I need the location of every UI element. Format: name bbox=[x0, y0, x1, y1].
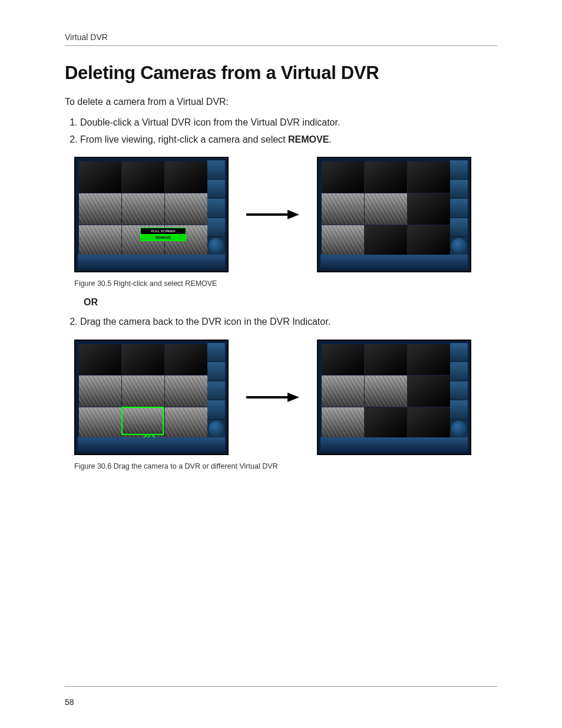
step-2: From live viewing, right-click a camera … bbox=[80, 133, 497, 146]
camera-cell bbox=[408, 225, 450, 256]
figure-row-2 bbox=[74, 340, 497, 455]
camera-cell bbox=[408, 193, 450, 225]
camera-cell bbox=[165, 193, 207, 225]
intro-text: To delete a camera from a Virtual DVR: bbox=[65, 97, 497, 107]
sidebar-segment bbox=[207, 362, 225, 381]
camera-cell bbox=[365, 344, 407, 375]
step-2-pre: From live viewing, right-click a camera … bbox=[80, 134, 288, 144]
page-title: Deleting Cameras from a Virtual DVR bbox=[65, 62, 497, 84]
running-head: Virtual DVR bbox=[65, 32, 497, 42]
screenshot-after-1 bbox=[317, 157, 471, 272]
step-2-post: . bbox=[329, 134, 331, 144]
step-1: Double-click a Virtual DVR icon from the… bbox=[80, 116, 497, 129]
top-rule bbox=[65, 45, 497, 46]
dvr-sidebar bbox=[207, 160, 225, 255]
dvr-sidebar bbox=[450, 160, 468, 255]
sidebar-segment bbox=[207, 343, 225, 363]
sidebar-segment bbox=[207, 199, 225, 218]
sidebar-knob bbox=[451, 421, 467, 436]
sidebar-segment bbox=[207, 160, 225, 180]
figure-caption-2: Figure 30.6 Drag the camera to a DVR or … bbox=[74, 462, 497, 470]
screenshot-after-2 bbox=[317, 340, 471, 455]
screenshot-before-2 bbox=[74, 340, 229, 455]
dvr-bottom-bar bbox=[320, 255, 468, 269]
camera-cell bbox=[365, 375, 407, 407]
sidebar-segment bbox=[450, 400, 468, 420]
or-label: OR bbox=[84, 297, 497, 308]
step-2-bold: REMOVE bbox=[288, 134, 329, 144]
camera-cell bbox=[79, 193, 121, 225]
camera-cell bbox=[365, 193, 407, 225]
camera-cell bbox=[122, 375, 164, 407]
sidebar-segment bbox=[450, 343, 468, 363]
context-menu-fullscreen: FULL SCREEN bbox=[140, 228, 186, 234]
document-page: Virtual DVR Deleting Cameras from a Virt… bbox=[0, 0, 562, 728]
screenshot-before-1: FULL SCREEN REMOVE bbox=[74, 157, 229, 272]
steps-list-b: Drag the camera back to the DVR icon in … bbox=[65, 315, 497, 328]
sidebar-segment bbox=[450, 160, 468, 180]
camera-grid bbox=[322, 344, 450, 439]
sidebar-knob bbox=[209, 421, 224, 436]
sidebar-segment bbox=[207, 400, 225, 420]
context-menu: FULL SCREEN REMOVE bbox=[140, 228, 186, 241]
camera-cell bbox=[322, 225, 364, 256]
camera-cell bbox=[79, 225, 121, 256]
steps-list-a: Double-click a Virtual DVR icon from the… bbox=[65, 116, 497, 146]
camera-cell bbox=[165, 162, 207, 193]
sidebar-segment bbox=[207, 218, 225, 238]
camera-cell bbox=[365, 407, 407, 439]
camera-cell bbox=[408, 375, 450, 407]
sidebar-segment bbox=[450, 362, 468, 381]
drag-selection-box bbox=[121, 407, 164, 435]
sidebar-segment bbox=[450, 218, 468, 238]
camera-cell bbox=[79, 162, 121, 193]
context-menu-remove: REMOVE bbox=[140, 234, 186, 241]
dvr-bottom-bar bbox=[320, 437, 468, 452]
arrow-icon bbox=[246, 391, 299, 403]
sidebar-segment bbox=[207, 381, 225, 401]
dvr-sidebar bbox=[207, 343, 225, 437]
sidebar-segment bbox=[450, 199, 468, 218]
figure-caption-1: Figure 30.5 Right-click and select REMOV… bbox=[74, 279, 497, 288]
camera-cell bbox=[122, 193, 164, 225]
svg-marker-9 bbox=[287, 393, 299, 402]
camera-cell bbox=[408, 344, 450, 375]
camera-cell bbox=[408, 162, 450, 193]
camera-cell bbox=[365, 162, 407, 193]
sidebar-segment bbox=[450, 180, 468, 199]
figure-row-1: FULL SCREEN REMOVE bbox=[74, 157, 497, 272]
camera-cell bbox=[122, 344, 164, 375]
page-number: 58 bbox=[65, 697, 74, 707]
dvr-bottom-bar bbox=[78, 437, 225, 452]
sidebar-segment bbox=[450, 381, 468, 401]
camera-cell bbox=[79, 344, 121, 375]
camera-cell bbox=[122, 162, 164, 193]
sidebar-segment bbox=[207, 180, 225, 199]
camera-cell bbox=[322, 193, 364, 225]
camera-cell bbox=[322, 407, 364, 439]
camera-cell bbox=[79, 375, 121, 407]
sidebar-knob bbox=[451, 238, 467, 253]
dvr-bottom-bar bbox=[78, 255, 225, 269]
camera-cell bbox=[165, 375, 207, 407]
camera-grid bbox=[322, 162, 450, 256]
svg-marker-1 bbox=[287, 210, 299, 219]
camera-cell bbox=[322, 375, 364, 407]
camera-cell bbox=[408, 407, 450, 439]
camera-cell bbox=[165, 344, 207, 375]
camera-cell bbox=[322, 162, 364, 193]
camera-cell bbox=[322, 344, 364, 375]
sidebar-knob bbox=[209, 238, 224, 253]
camera-cell bbox=[365, 225, 407, 256]
camera-grid bbox=[79, 162, 207, 256]
arrow-icon bbox=[246, 209, 299, 220]
dvr-sidebar bbox=[450, 343, 468, 437]
footer-rule bbox=[65, 686, 497, 687]
camera-cell bbox=[79, 407, 121, 439]
step-2b: Drag the camera back to the DVR icon in … bbox=[80, 315, 497, 328]
